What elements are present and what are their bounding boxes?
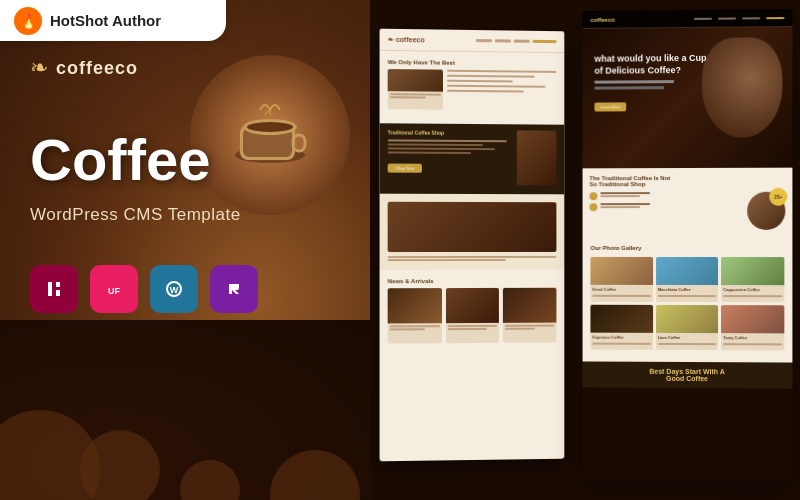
brand-name: coffeeco (56, 58, 138, 79)
rmockup-feature-row-2 (589, 203, 685, 211)
mockup-section-1: We Only Have The Best (380, 51, 565, 125)
rmockup-hero-text: what would you like a Cupof Delicious Co… (594, 53, 706, 113)
template-subtitle: WordPress CMS Template (30, 205, 258, 225)
svg-rect-8 (41, 276, 67, 302)
gallery-item-3: Cappuccino Coffee (721, 257, 784, 302)
mockup-cards (388, 69, 557, 111)
nav-dots (476, 39, 556, 43)
left-panel: ❧ coffeeco Coffee WordPress CMS Template… (0, 0, 370, 500)
nav-dot (514, 40, 530, 43)
elementor-icon (41, 276, 67, 302)
gallery-subtext-1 (592, 295, 650, 297)
nav-cta (533, 40, 557, 43)
news-img-2 (446, 288, 500, 323)
rmockup-hero-cup (702, 37, 782, 138)
gallery-label-1: Drool Coffee (590, 285, 652, 294)
gallery-label-3: Cappuccino Coffee (721, 285, 784, 294)
mockup-news-cards (388, 288, 557, 344)
mockup-content-area (447, 70, 556, 111)
news-img-3 (503, 288, 556, 323)
feature-line (600, 195, 640, 197)
rmockup-gallery-title: Our Photo Gallery (590, 245, 784, 251)
svg-rect-10 (56, 282, 60, 287)
news-img-1 (388, 288, 442, 323)
header-bar: 🔥 HotShot Author (0, 0, 226, 41)
wordpress-icon: W (161, 276, 187, 302)
rmockup-badge-25: 25+ (769, 188, 787, 206)
rmockup-nav-logo: coffeeco (590, 16, 614, 22)
mockup-news-card-2 (446, 288, 500, 343)
mockup-text-lines (388, 139, 507, 154)
feature-dot-2 (589, 203, 597, 211)
rmockup-trad-left (589, 192, 685, 211)
gallery-label-6: Tasty Coffee (721, 333, 784, 342)
svg-rect-9 (48, 282, 52, 296)
brand-leaf-icon: ❧ (30, 55, 48, 81)
rmockup-gallery-grid: Drool Coffee Macchiato Coffee Cappuccino… (590, 257, 784, 350)
rmockup-hero-line (594, 80, 674, 84)
revolution-badge (210, 265, 258, 313)
rmockup-feature-row (589, 192, 685, 200)
revolution-icon (221, 276, 247, 302)
rmockup-nav: coffeeco (583, 9, 793, 29)
main-title: Coffee (30, 131, 258, 189)
rmockup-nav-item (694, 17, 712, 19)
gallery-subtext-2 (658, 295, 717, 297)
rmockup-headline: what would you like a Cupof Delicious Co… (594, 53, 706, 77)
mockup-mid-image (388, 202, 557, 252)
mockup-mid-section (380, 194, 565, 270)
rmockup-hero-btn: Learn More (594, 103, 626, 112)
gallery-item-4: Espresso Coffee (590, 305, 652, 350)
left-panel-content: ❧ coffeeco Coffee WordPress CMS Template… (30, 55, 258, 313)
gallery-item-1: Drool Coffee (590, 257, 652, 302)
gallery-img-2 (656, 257, 719, 285)
nav-dot (495, 39, 511, 42)
left-mockup-page: ❧ coffeeco We Only Have The Best (380, 29, 565, 462)
plugin-icons-row: UF W (30, 265, 258, 313)
gallery-subtext-5 (658, 343, 717, 345)
hotshot-logo-icon: 🔥 (14, 7, 42, 35)
mockup-news-section: News & Arrivals (380, 270, 565, 352)
svg-rect-11 (56, 290, 60, 296)
gallery-img-5 (656, 305, 719, 333)
gallery-item-5: Lava Coffee (656, 305, 719, 350)
right-mockup-page: coffeeco what would you like a Cupof Del… (583, 9, 793, 481)
svg-text:🔥: 🔥 (20, 13, 38, 30)
rmockup-hero-line2 (594, 87, 664, 90)
elementor-badge (30, 265, 78, 313)
understrap-badge: UF (90, 265, 138, 313)
gallery-item-2: Macchiato Coffee (656, 257, 719, 302)
mockup-news-title: News & Arrivals (388, 278, 557, 284)
feature-dot (589, 192, 597, 200)
rmockup-gallery-section: Our Photo Gallery Drool Coffee Macchiato… (583, 237, 793, 363)
tagline-line2: Good Coffee (590, 374, 784, 382)
svg-text:W: W (170, 285, 179, 295)
gallery-subtext-6 (723, 343, 782, 345)
mockup-nav: ❧ coffeeco (380, 29, 565, 53)
header-title: HotShot Author (50, 12, 161, 29)
rmockup-bottom-tagline: Best Days Start With A Good Coffee (583, 361, 793, 388)
rmockup-nav-item (742, 17, 760, 19)
rmockup-nav-cta (766, 17, 784, 19)
gallery-label-2: Macchiato Coffee (656, 285, 719, 294)
mockup-news-card-3 (503, 288, 556, 343)
gallery-img-4 (590, 305, 652, 333)
mockup-news-card-1 (388, 288, 442, 343)
rmockup-nav-item (718, 17, 736, 19)
gallery-subtext-4 (592, 343, 650, 345)
mockup-nav-logo: ❧ coffeeco (388, 35, 425, 44)
rmockup-trad-right: 25+ (689, 192, 785, 230)
brand-logo: ❧ coffeeco (30, 55, 258, 81)
rmockup-traditional-section: The Traditional Coffee Is NotSo Traditio… (583, 168, 793, 237)
mockup-dark-image (517, 130, 557, 185)
gallery-img-3 (721, 257, 784, 285)
gallery-label-5: Lava Coffee (656, 333, 719, 342)
gallery-item-6: Tasty Coffee (721, 305, 784, 350)
rmockup-trad-content: 25+ (589, 192, 785, 230)
gallery-label-4: Espresso Coffee (590, 333, 652, 342)
coffee-beans-decoration (0, 320, 370, 500)
feature-line (600, 206, 640, 208)
mockup-card (388, 69, 443, 110)
understrap-icon: UF (101, 276, 127, 302)
gallery-subtext-3 (723, 295, 782, 297)
